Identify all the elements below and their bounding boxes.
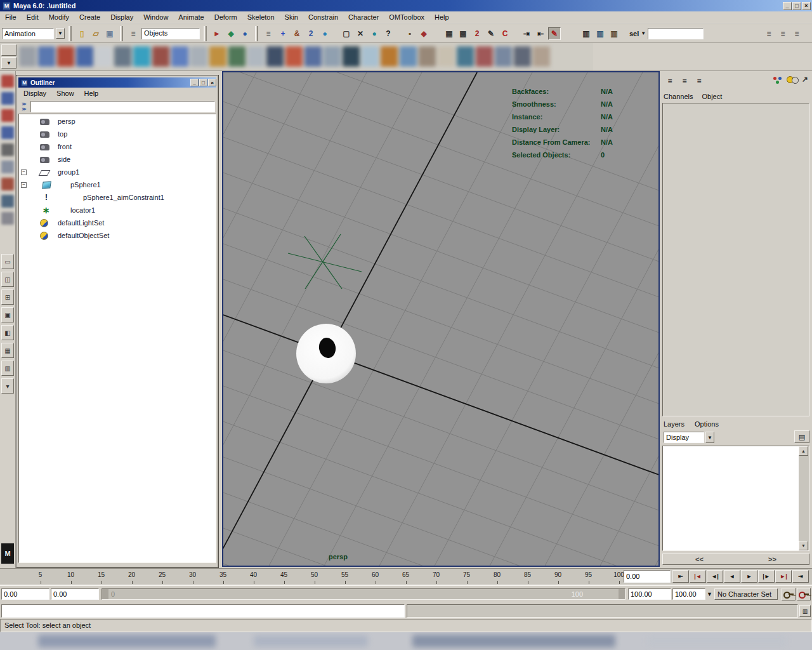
shelf-icon[interactable] [343,46,360,67]
menu-edit[interactable]: Edit [22,12,44,22]
sel-dropdown-arrow-icon[interactable]: ▼ [641,30,646,36]
layer-mode-arrow-icon[interactable]: ▼ [705,432,714,443]
timeline-tick[interactable]: 45 [277,571,292,578]
shelf-icon[interactable] [209,46,226,67]
tool-icon[interactable] [1,195,14,208]
shelf-icon[interactable] [266,46,284,67]
outliner-item-defaultLightSet[interactable]: defaultLightSet [19,217,216,230]
select-hierarchy-icon[interactable]: ► [211,27,223,40]
step-back-frame-button[interactable]: ◄| [707,570,723,583]
shelf-icon[interactable] [190,46,207,67]
step-forward-frame-button[interactable]: |► [758,570,775,583]
go-to-start-button[interactable]: ⇤ [672,570,689,583]
outliner-title-bar[interactable]: M Outliner _ □ × [18,77,216,88]
command-line-input[interactable] [1,604,405,618]
menu-omtoolbox[interactable]: OMToolbox [384,12,429,22]
snap-point-icon[interactable]: 2 [304,27,317,40]
timeline-tick[interactable]: 80 [490,571,505,578]
live-surface-icon[interactable]: ● [368,27,381,40]
panel-layout-button[interactable]: ◧ [1,325,14,340]
panel-layout-button[interactable]: ⊞ [1,289,14,305]
outliner-item-pSphere1_aimConstraint1[interactable]: !pSphere1_aimConstraint1 [19,192,216,204]
shelf-icon[interactable] [38,46,55,67]
outliner-window[interactable]: M Outliner _ □ × DisplayShowHelp ≫≫ pers… [16,75,219,568]
outliner-item-persp[interactable]: persp [19,116,216,128]
shelf-icon[interactable] [95,46,112,67]
shelf-icon[interactable] [533,46,550,67]
toolbar-separator[interactable] [204,26,207,41]
timeline-tick[interactable]: 90 [551,571,566,578]
shelf-icon[interactable] [438,46,455,67]
shelf-icon[interactable] [495,46,512,67]
keyable-icon[interactable]: ◆ [417,27,430,40]
curve-c-icon[interactable]: C [499,27,511,40]
tool-icon[interactable] [1,126,14,139]
shelf-icons-blurred[interactable] [19,46,550,67]
panel-layout-button[interactable]: ▾ [1,378,14,394]
tab-channels[interactable]: Channels [664,93,693,100]
layers-next-button[interactable]: >> [736,554,809,564]
outliner-menu-show[interactable]: Show [51,88,79,98]
timeline-tick[interactable]: 55 [337,571,353,578]
collapse-expander-icon[interactable]: − [21,182,27,188]
menu-deform[interactable]: Deform [209,12,242,22]
menu-constrain[interactable]: Constrain [303,12,343,22]
shelf-icon[interactable] [19,46,36,67]
outliner-item-side[interactable]: side [19,154,216,166]
selection-mask-menu-icon[interactable]: ≡ [262,27,275,40]
outliner-tree[interactable]: persptopfrontside−group1−pSphere1!pSpher… [18,114,216,563]
render-globals-icon[interactable]: ▥ [608,27,620,40]
shelf-icon[interactable] [476,46,493,67]
range-start-handle[interactable] [102,589,108,599]
shelf-icon[interactable] [324,46,341,67]
menu-modify[interactable]: Modify [44,12,74,22]
render-current-frame-icon[interactable]: ▥ [580,27,593,40]
script-editor-button[interactable]: ▥ [799,605,811,617]
menu-animate[interactable]: Animate [173,12,209,22]
timeline-tick[interactable]: 70 [429,571,444,578]
auto-key-button[interactable] [797,588,811,600]
quick-select-input[interactable] [648,28,704,39]
outliner-item-top[interactable]: top [19,128,216,141]
shelf-icon[interactable] [171,46,188,67]
ipr-render-icon[interactable]: ▥ [594,27,606,40]
create-layer-button[interactable]: ▤ [794,430,809,443]
open-scene-icon[interactable]: ▱ [89,27,102,40]
outliner-item-locator1[interactable]: ∗locator1 [19,204,216,217]
layer-list[interactable]: ▲ ▼ [662,446,809,551]
layers-prev-button[interactable]: << [663,554,736,564]
shelf-icon[interactable] [400,46,417,67]
timeline-tick[interactable]: 20 [124,571,140,578]
panel-layout-button[interactable]: ▭ [1,254,14,269]
timeline-tick[interactable]: 65 [398,571,414,578]
range-end-handle[interactable] [619,589,625,599]
outliner-filter-icon[interactable]: ≫≫ [20,102,29,112]
play-forwards-button[interactable]: ► [741,570,757,583]
toolbar-separator[interactable] [120,26,123,41]
timeline-tick[interactable]: 40 [246,571,261,578]
construction-history-off-icon[interactable]: ⇤ [534,27,547,40]
layer-list-scrollbar[interactable]: ▲ ▼ [799,446,809,550]
title-bar[interactable]: M Maya 6.0: .\untitled _ □ × [0,0,812,11]
no-live-icon[interactable]: ✕ [354,27,367,40]
layer-mode-dropdown[interactable]: Display [664,432,704,443]
timeline-tick[interactable]: 60 [368,571,383,578]
timeline-tick[interactable]: 5 [33,571,48,578]
curve-precision-icon[interactable]: 2 [471,27,483,40]
new-scene-icon[interactable]: ▯ [75,27,88,40]
close-button[interactable]: × [802,2,811,10]
timeline-tick[interactable]: 15 [94,571,109,578]
edit-mode-icon[interactable]: ✎ [548,27,561,40]
toolbar-separator[interactable] [255,26,258,41]
outliner-item-front[interactable]: front [19,141,216,154]
character-set-arrow-icon[interactable]: ▼ [707,591,712,597]
snap-grid-icon[interactable]: + [277,27,289,40]
tool-icon[interactable] [1,212,14,225]
animation-end-field[interactable] [672,588,705,600]
selection-mode-combo[interactable]: Objects [141,28,200,39]
animation-start-field[interactable] [1,588,49,600]
shelf-icon[interactable] [133,46,150,67]
menu-skeleton[interactable]: Skeleton [242,12,280,22]
menu-file[interactable]: File [0,12,22,22]
panel-layout-button[interactable]: ◫ [1,272,14,287]
